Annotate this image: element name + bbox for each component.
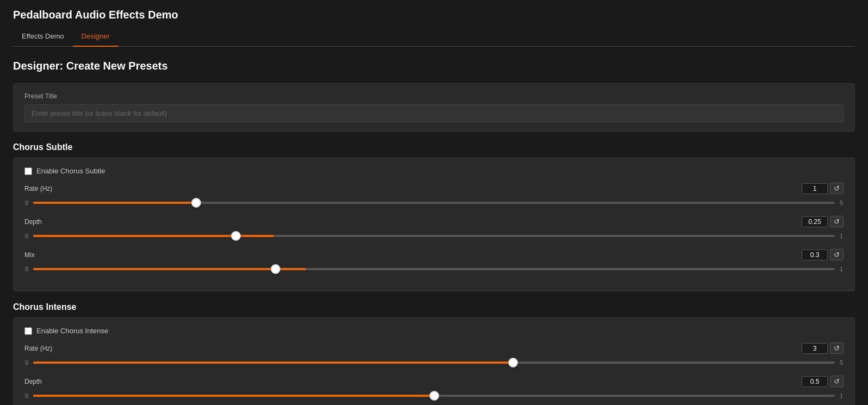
chorus-subtle-mix-slider[interactable] xyxy=(33,268,835,270)
chorus-subtle-mix-max: 1 xyxy=(839,266,844,272)
chorus-subtle-depth-reset[interactable]: ↺ xyxy=(830,216,844,227)
chorus-subtle-rate-reset[interactable]: ↺ xyxy=(830,183,844,194)
chorus-subtle-depth-min: 0 xyxy=(24,233,29,239)
chorus-intense-depth-reset[interactable]: ↺ xyxy=(830,376,844,387)
preset-title-label: Preset Title xyxy=(24,92,844,100)
chorus-intense-checkbox[interactable] xyxy=(24,327,32,335)
chorus-intense-rate-reset[interactable]: ↺ xyxy=(830,342,844,354)
chorus-subtle-mix-row: Mix 0.3 ↺ 0 1 xyxy=(24,249,844,275)
chorus-intense-depth-value-group: 0.5 ↺ xyxy=(802,376,844,387)
app-title: Pedalboard Audio Effects Demo xyxy=(13,9,855,21)
chorus-subtle-mix-label: Mix xyxy=(24,251,35,259)
chorus-intense-rate-value: 3 xyxy=(802,343,828,354)
chorus-subtle-rate-value: 1 xyxy=(802,183,828,194)
chorus-subtle-depth-value: 0.25 xyxy=(802,216,828,227)
tab-effects-demo[interactable]: Effects Demo xyxy=(13,28,73,47)
chorus-intense-depth-max: 1 xyxy=(839,392,844,399)
chorus-intense-rate-slider[interactable] xyxy=(33,362,835,364)
chorus-intense-rate-label: Rate (Hz) xyxy=(24,345,52,352)
chorus-subtle-depth-value-group: 0.25 ↺ xyxy=(802,216,844,227)
chorus-intense-depth-slider-wrapper xyxy=(33,390,835,401)
tab-bar: Effects Demo Designer xyxy=(13,28,855,47)
chorus-intense-rate-value-group: 3 ↺ xyxy=(802,342,844,354)
chorus-intense-depth-label: Depth xyxy=(24,378,42,385)
chorus-subtle-checkbox[interactable] xyxy=(24,167,32,175)
preset-title-input[interactable] xyxy=(24,104,844,122)
chorus-intense-card: Enable Chorus Intense Rate (Hz) 3 ↺ 0 5 xyxy=(13,317,855,405)
chorus-subtle-rate-max: 5 xyxy=(839,200,844,206)
chorus-intense-enable-label: Enable Chorus Intense xyxy=(36,327,108,335)
chorus-subtle-depth-slider[interactable] xyxy=(33,235,835,237)
chorus-subtle-enable-row: Enable Chorus Subtle xyxy=(24,167,844,175)
chorus-intense-rate-slider-wrapper xyxy=(33,357,835,368)
page-title: Designer: Create New Presets xyxy=(13,60,855,72)
chorus-subtle-depth-max: 1 xyxy=(839,233,844,239)
chorus-subtle-rate-row: Rate (Hz) 1 ↺ 0 5 xyxy=(24,183,844,208)
chorus-subtle-enable-label: Enable Chorus Subtle xyxy=(36,167,105,175)
chorus-subtle-rate-min: 0 xyxy=(24,200,29,206)
chorus-subtle-depth-row: Depth 0.25 ↺ 0 1 xyxy=(24,216,844,241)
tab-designer[interactable]: Designer xyxy=(73,28,118,47)
chorus-subtle-mix-reset[interactable]: ↺ xyxy=(830,249,844,260)
chorus-subtle-card: Enable Chorus Subtle Rate (Hz) 1 ↺ 0 5 xyxy=(13,158,855,291)
chorus-subtle-depth-label: Depth xyxy=(24,218,42,226)
chorus-subtle-mix-min: 0 xyxy=(24,266,29,272)
chorus-intense-depth-value: 0.5 xyxy=(802,376,828,387)
chorus-intense-rate-max: 5 xyxy=(839,359,844,366)
chorus-subtle-section-title: Chorus Subtle xyxy=(13,142,855,152)
app-header: Pedalboard Audio Effects Demo Effects De… xyxy=(0,0,868,47)
chorus-subtle-rate-slider[interactable] xyxy=(33,202,835,204)
chorus-intense-rate-row: Rate (Hz) 3 ↺ 0 5 xyxy=(24,342,844,368)
chorus-intense-enable-row: Enable Chorus Intense xyxy=(24,327,844,335)
chorus-subtle-mix-value: 0.3 xyxy=(802,250,828,260)
chorus-intense-section-title: Chorus Intense xyxy=(13,302,855,312)
chorus-intense-depth-row: Depth 0.5 ↺ 0 1 xyxy=(24,376,844,401)
chorus-subtle-rate-slider-wrapper xyxy=(33,197,835,208)
chorus-subtle-rate-label: Rate (Hz) xyxy=(24,185,52,192)
chorus-subtle-rate-value-group: 1 ↺ xyxy=(802,183,844,194)
preset-title-card: Preset Title xyxy=(13,83,855,132)
chorus-subtle-mix-value-group: 0.3 ↺ xyxy=(802,249,844,260)
chorus-intense-depth-min: 0 xyxy=(24,392,29,399)
chorus-intense-rate-min: 0 xyxy=(24,359,29,366)
main-content: Designer: Create New Presets Preset Titl… xyxy=(0,47,868,405)
chorus-subtle-depth-slider-wrapper xyxy=(33,230,835,241)
chorus-subtle-mix-slider-wrapper xyxy=(33,264,835,275)
chorus-intense-depth-slider[interactable] xyxy=(33,395,835,397)
